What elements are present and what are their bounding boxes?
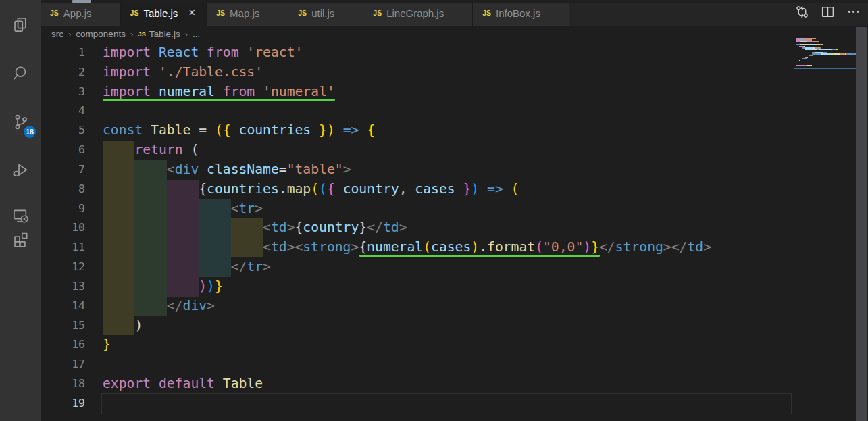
line-number: 15 xyxy=(41,316,85,336)
line-number: 2 xyxy=(41,63,85,82)
line-number: 11 xyxy=(41,238,85,257)
line-number: 19 xyxy=(41,394,85,414)
ellipsis-icon xyxy=(846,4,861,22)
code-line-14: </div> xyxy=(103,297,215,316)
line-number: 3 xyxy=(41,82,85,102)
tab-close-placeholder xyxy=(341,5,356,20)
tab-util-js[interactable]: JSutil.js xyxy=(288,0,363,26)
js-file-icon: JS xyxy=(50,9,59,17)
breadcrumb-item----[interactable]: ... xyxy=(193,29,200,39)
code-line-6: return ( xyxy=(103,141,199,160)
breadcrumb-label: components xyxy=(76,29,126,39)
search-icon xyxy=(11,64,30,85)
split-editor-button[interactable] xyxy=(818,3,837,22)
open-changes-button[interactable] xyxy=(792,3,811,22)
breadcrumb-separator: › xyxy=(130,29,133,39)
js-file-icon: JS xyxy=(138,30,146,38)
split-editor-icon xyxy=(820,4,836,22)
debug-icon xyxy=(11,161,30,182)
tab-close-placeholder xyxy=(547,5,562,20)
line-number: 1 xyxy=(41,43,85,63)
vertical-scrollbar[interactable] xyxy=(856,27,867,421)
code-line-10: <td>{country}</td> xyxy=(103,218,407,238)
line-number: 6 xyxy=(41,141,85,160)
code-line-5: const Table = ({ countries }) => { xyxy=(103,121,375,141)
breadcrumb-separator: › xyxy=(185,29,188,39)
js-file-icon: JS xyxy=(373,9,382,17)
editor-actions xyxy=(792,0,863,26)
minimap[interactable] xyxy=(782,38,857,68)
code-line-16: } xyxy=(103,335,111,355)
line-number: 17 xyxy=(41,355,85,374)
breadcrumb-label: src xyxy=(51,29,63,39)
tab-close-placeholder xyxy=(451,5,465,20)
code-line-9: <tr> xyxy=(103,199,263,219)
line-number: 16 xyxy=(41,335,85,355)
activity-item-run-debug[interactable] xyxy=(0,155,41,187)
files-icon xyxy=(11,16,30,36)
tab-close-placeholder xyxy=(266,5,281,20)
more-actions-button[interactable] xyxy=(844,3,863,22)
tab-label: Table.js xyxy=(143,7,178,19)
tab-app-js[interactable]: JSApp.js xyxy=(41,0,121,26)
compare-changes-icon xyxy=(794,4,810,22)
activity-item-extensions[interactable] xyxy=(0,223,41,255)
line-number: 13 xyxy=(41,277,85,297)
vscode-window: 18 JSApp.jsJSTable.js×JSMap.jsJSutil.jsJ… xyxy=(0,0,868,421)
code-line-2: import './Table.css' xyxy=(103,63,263,82)
tab-label: Map.js xyxy=(230,7,259,19)
breadcrumb-item-src[interactable]: src xyxy=(51,29,63,39)
tab-linegraph-js[interactable]: JSLineGraph.js xyxy=(363,0,473,26)
lint-underline xyxy=(103,99,335,101)
js-file-icon: JS xyxy=(216,9,225,17)
lint-underline xyxy=(359,255,600,257)
code-line-1: import React from 'react' xyxy=(103,43,303,63)
breadcrumb-label: Table.js xyxy=(149,29,180,39)
line-number: 5 xyxy=(41,121,85,141)
source-control-badge: 18 xyxy=(24,126,36,138)
breadcrumb: src›components›JSTable.js›... xyxy=(41,26,868,42)
js-file-icon: JS xyxy=(298,9,307,17)
code-line-8: {countries.map(({ country, cases }) => ( xyxy=(103,180,519,199)
tab-close-placeholder xyxy=(99,5,113,20)
line-number: 4 xyxy=(41,101,85,121)
activity-item-source-control[interactable]: 18 xyxy=(0,107,41,139)
tabstrip-top-band xyxy=(41,0,868,3)
activity-item-explorer[interactable] xyxy=(0,9,41,42)
tab-label: App.js xyxy=(63,7,92,19)
code-line-13: ))} xyxy=(103,277,223,297)
close-icon[interactable]: × xyxy=(184,5,199,20)
line-number: 9 xyxy=(41,199,85,219)
breadcrumb-label: ... xyxy=(193,29,200,39)
activity-item-search[interactable] xyxy=(0,58,41,91)
tab-label: util.js xyxy=(311,7,334,19)
tab-label: InfoBox.js xyxy=(496,7,540,19)
extensions-icon xyxy=(11,229,30,250)
window-edge-artifact xyxy=(72,0,91,3)
line-number: 10 xyxy=(41,218,85,238)
tab-infobox-js[interactable]: JSInfoBox.js xyxy=(473,0,569,26)
tab-table-js[interactable]: JSTable.js× xyxy=(121,0,207,26)
line-number: 18 xyxy=(41,374,85,394)
line-number: 7 xyxy=(41,160,85,180)
line-number: 12 xyxy=(41,257,85,277)
js-file-icon: JS xyxy=(482,9,491,17)
code-line-18: export default Table xyxy=(103,374,263,394)
breadcrumb-separator: › xyxy=(68,29,71,39)
code-line-12: </tr> xyxy=(103,257,271,277)
code-line-15: ) xyxy=(103,316,143,336)
breadcrumb-item-components[interactable]: components xyxy=(76,29,126,39)
current-line-highlight xyxy=(101,393,792,414)
line-number: 14 xyxy=(41,297,85,316)
line-number: 8 xyxy=(41,180,85,199)
breadcrumb-item-table-js[interactable]: JSTable.js xyxy=(138,29,180,39)
js-file-icon: JS xyxy=(130,9,139,17)
code-line-7: <div className="table"> xyxy=(103,160,351,180)
code-editor[interactable]: 1import React from 'react'2import './Tab… xyxy=(41,42,868,421)
tab-map-js[interactable]: JSMap.js xyxy=(207,0,288,26)
activity-bar: 18 xyxy=(0,0,41,421)
tab-label: LineGraph.js xyxy=(386,7,444,19)
editor-tab-bar: JSApp.jsJSTable.js×JSMap.jsJSutil.jsJSLi… xyxy=(41,0,868,26)
